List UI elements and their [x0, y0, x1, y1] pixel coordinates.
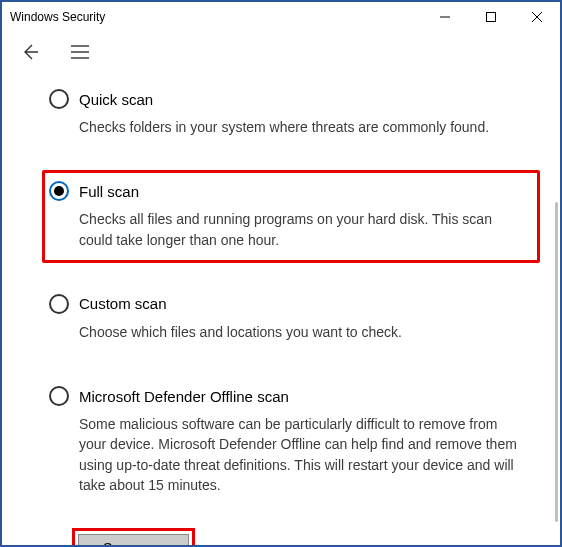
option-description: Some malicious software can be particula…	[49, 414, 527, 495]
menu-button[interactable]	[66, 38, 94, 66]
scan-options: Quick scan Checks folders in your system…	[2, 72, 560, 547]
radio-icon[interactable]	[49, 181, 69, 201]
action-row: Scan now	[42, 528, 540, 547]
option-offline-scan[interactable]: Microsoft Defender Offline scan Some mal…	[42, 375, 540, 508]
svg-rect-1	[487, 13, 496, 22]
radio-icon[interactable]	[49, 386, 69, 406]
back-button[interactable]	[16, 38, 44, 66]
window-controls	[422, 2, 560, 32]
option-full-scan[interactable]: Full scan Checks all files and running p…	[42, 170, 540, 263]
radio-icon[interactable]	[49, 89, 69, 109]
option-description: Choose which files and locations you wan…	[49, 322, 527, 342]
close-button[interactable]	[514, 2, 560, 32]
toolbar	[2, 32, 560, 72]
window-title: Windows Security	[10, 10, 105, 24]
titlebar: Windows Security	[2, 2, 560, 32]
radio-icon[interactable]	[49, 294, 69, 314]
option-quick-scan[interactable]: Quick scan Checks folders in your system…	[42, 78, 540, 150]
option-custom-scan[interactable]: Custom scan Choose which files and locat…	[42, 283, 540, 355]
option-label: Microsoft Defender Offline scan	[79, 388, 289, 405]
option-label: Full scan	[79, 183, 139, 200]
scan-now-button[interactable]: Scan now	[78, 534, 189, 547]
option-label: Custom scan	[79, 295, 167, 312]
scrollbar[interactable]	[555, 202, 558, 522]
minimize-button[interactable]	[422, 2, 468, 32]
option-description: Checks folders in your system where thre…	[49, 117, 527, 137]
option-label: Quick scan	[79, 91, 153, 108]
option-description: Checks all files and running programs on…	[49, 209, 527, 250]
maximize-button[interactable]	[468, 2, 514, 32]
